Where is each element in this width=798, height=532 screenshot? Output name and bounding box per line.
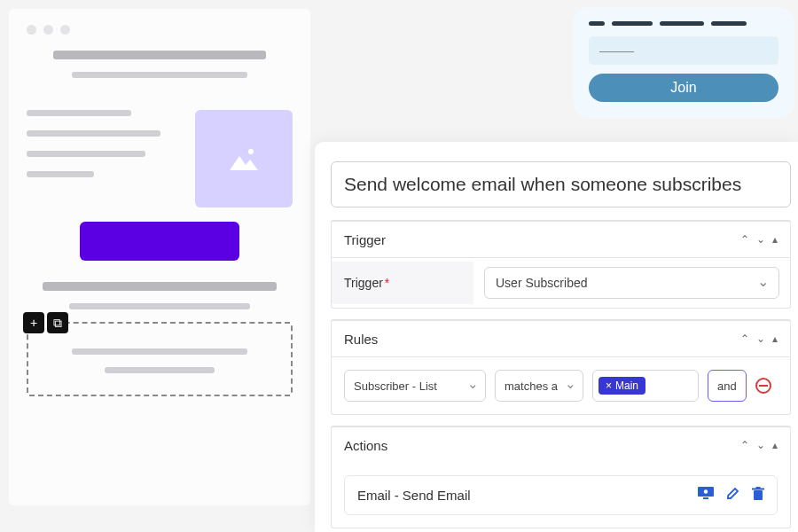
trigger-select[interactable]: User Subscribed	[484, 267, 779, 299]
delete-rule-button[interactable]	[755, 378, 771, 394]
placeholder-heading	[589, 21, 778, 26]
subscribe-form-preview: Join	[573, 7, 794, 118]
automation-title-input[interactable]	[331, 161, 791, 207]
placeholder-line	[27, 151, 145, 157]
add-block-button[interactable]: +	[23, 312, 44, 333]
collapse-icon[interactable]: ▴	[772, 332, 778, 345]
document-wireframe: + ⧉	[9, 9, 310, 505]
collapse-icon[interactable]: ▴	[772, 233, 778, 246]
action-item[interactable]: Email - Send Email	[344, 475, 778, 515]
collapse-icon[interactable]: ▴	[772, 439, 778, 451]
action-label: Email - Send Email	[357, 488, 471, 503]
section-title: Rules	[344, 332, 378, 347]
conjunction-button[interactable]: and	[708, 370, 747, 402]
svg-point-0	[248, 149, 254, 154]
automation-editor: Trigger ⌃ ⌄ ▴ Trigger* User Subscribed	[315, 142, 798, 532]
rules-section: Rules ⌃ ⌄ ▴ Subscriber - List matches a …	[331, 319, 791, 415]
subscribe-email-input[interactable]	[589, 36, 778, 65]
svg-rect-7	[756, 487, 761, 489]
svg-point-3	[704, 489, 708, 493]
image-placeholder	[195, 110, 293, 207]
section-title: Trigger	[344, 232, 386, 247]
move-down-icon[interactable]: ⌄	[756, 439, 765, 451]
duplicate-block-button[interactable]: ⧉	[47, 312, 68, 333]
placeholder-line	[43, 282, 277, 291]
move-up-icon[interactable]: ⌃	[740, 439, 749, 451]
mountain-icon	[228, 145, 260, 172]
placeholder-line	[72, 72, 247, 78]
trigger-section: Trigger ⌃ ⌄ ▴ Trigger* User Subscribed	[331, 220, 791, 309]
rule-operator-select[interactable]: matches a	[495, 370, 583, 402]
section-title: Actions	[344, 438, 387, 453]
trash-icon[interactable]	[752, 487, 764, 504]
move-down-icon[interactable]: ⌄	[756, 233, 765, 246]
placeholder-line	[69, 303, 250, 309]
svg-rect-4	[703, 497, 708, 499]
move-up-icon[interactable]: ⌃	[740, 233, 749, 246]
placeholder-line	[27, 130, 160, 137]
placeholder-line	[53, 51, 266, 59]
rule-value-input[interactable]: × Main	[592, 370, 699, 402]
block-handles: + ⧉	[23, 312, 68, 333]
join-button[interactable]: Join	[589, 74, 778, 102]
svg-rect-5	[754, 490, 763, 500]
cta-button[interactable]	[80, 222, 239, 261]
selected-block[interactable]: + ⧉	[27, 322, 293, 396]
actions-section: Actions ⌃ ⌄ ▴ Email - Send Email	[331, 426, 791, 528]
value-pill[interactable]: × Main	[598, 377, 645, 395]
edit-icon[interactable]	[726, 487, 739, 504]
trigger-field-label: Trigger*	[332, 262, 473, 304]
svg-rect-1	[759, 385, 768, 387]
preview-icon[interactable]	[698, 487, 714, 504]
window-dots	[27, 25, 293, 35]
placeholder-line	[72, 348, 247, 355]
placeholder-line	[27, 171, 94, 177]
rule-field-select[interactable]: Subscriber - List	[344, 370, 486, 402]
placeholder-line	[27, 110, 131, 116]
move-up-icon[interactable]: ⌃	[740, 332, 749, 345]
pill-remove-icon[interactable]: ×	[606, 379, 612, 392]
move-down-icon[interactable]: ⌄	[756, 332, 765, 345]
placeholder-line	[105, 367, 214, 373]
